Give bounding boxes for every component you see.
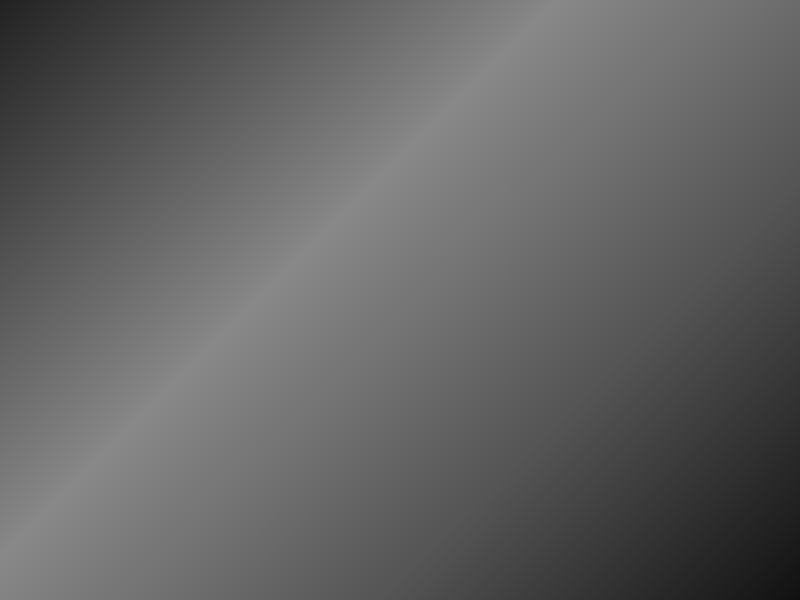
right-panel: Art Art ▼ ⊞ T Ω ⊕ Normal Aufhellen Abdun… xyxy=(498,0,800,600)
channel-row-rot[interactable]: 👁 Rot Strg+3 xyxy=(498,486,800,522)
channels-panel: 👁 RGB Strg+2 👁 Rot Strg+3 xyxy=(498,450,800,600)
channel-thumb-rot xyxy=(524,490,554,518)
